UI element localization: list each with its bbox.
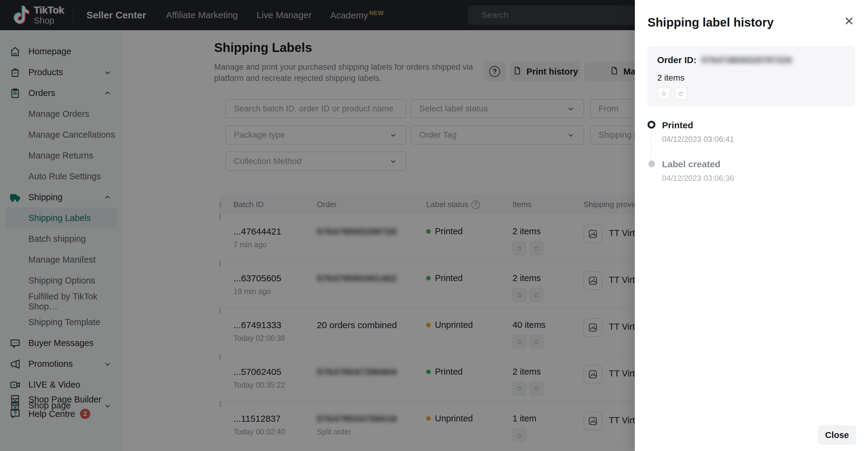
timeline-entry-past: Label created04/12/2023 03:06:36 xyxy=(648,159,734,183)
timeline-connector xyxy=(651,131,652,161)
app-root: TikTok Shop Seller Center Affiliate Mark… xyxy=(0,0,868,451)
drawer-title: Shipping label history xyxy=(648,16,774,29)
order-item-thumbnails xyxy=(657,87,846,100)
modal-backdrop[interactable] xyxy=(0,0,635,451)
order-summary-card: Order ID: 576474806529787226 2 items xyxy=(648,46,855,106)
order-item-thumbnail xyxy=(657,87,671,100)
timeline-event-time: 04/12/2023 03:06:36 xyxy=(662,173,734,183)
order-id-label: Order ID: xyxy=(657,55,696,65)
timeline-event-time: 04/12/2023 03:06:41 xyxy=(662,135,734,144)
close-button[interactable]: Close xyxy=(818,425,856,445)
close-icon[interactable]: ✕ xyxy=(844,15,854,27)
shipping-label-history-drawer: Shipping label history ✕ Order ID: 57647… xyxy=(635,0,868,451)
timeline-event-label: Printed xyxy=(662,120,734,130)
timeline-bullet-filled xyxy=(648,161,655,167)
order-item-thumbnail xyxy=(674,87,687,100)
order-id-value-blurred: 576474806529787226 xyxy=(701,55,792,65)
order-items-count: 2 items xyxy=(657,73,846,83)
timeline-bullet-ring xyxy=(648,121,655,129)
label-history-timeline: Printed04/12/2023 03:06:41Label created0… xyxy=(648,120,734,198)
timeline-entry-current: Printed04/12/2023 03:06:41 xyxy=(648,120,734,144)
timeline-event-label: Label created xyxy=(662,159,734,169)
